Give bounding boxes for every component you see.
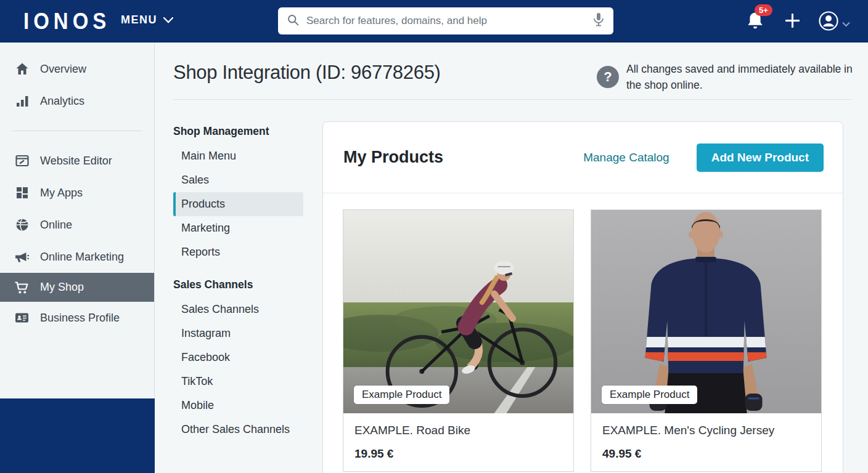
apps-grid-icon [14, 185, 30, 201]
subnav-item-marketing[interactable]: Marketing [173, 216, 303, 240]
id-card-icon [14, 310, 30, 326]
avatar-chevron-down-icon[interactable] [842, 18, 850, 30]
menu-button[interactable]: MENU [121, 14, 173, 26]
sidebar-item-online-marketing[interactable]: Online Marketing [0, 241, 154, 273]
sidebar-item-business-profile[interactable]: Business Profile [0, 302, 154, 334]
user-avatar-icon[interactable] [818, 10, 839, 34]
menu-label: MENU [121, 14, 157, 26]
header-divider [173, 99, 851, 100]
product-name: EXAMPLE. Men's Cycling Jersey [602, 424, 810, 437]
sidebar-item-analytics[interactable]: Analytics [0, 85, 154, 117]
subnav-item-sales[interactable]: Sales [173, 168, 303, 192]
app-window: IONOS MENU 5+ [0, 0, 868, 473]
product-card-cycling-jersey[interactable]: Example Product EXAMPLE. Men's Cycling J… [591, 209, 822, 472]
subnav-item-reports[interactable]: Reports [173, 240, 303, 264]
main-content: Shop Integration (ID: 96778265) ? All ch… [155, 42, 868, 473]
subnav-item-main-menu[interactable]: Main Menu [173, 144, 303, 168]
sidebar-item-label: Website Editor [40, 155, 112, 168]
sidebar-item-label: Business Profile [40, 312, 120, 325]
product-name: EXAMPLE. Road Bike [354, 424, 562, 437]
panel-header: My Products Manage Catalog Add New Produ… [323, 122, 843, 193]
sidebar-item-label: Online Marketing [40, 251, 124, 264]
shop-subnav: Shop Management Main Menu Sales Products… [173, 125, 303, 442]
example-product-badge: Example Product [602, 386, 697, 404]
chevron-down-icon [163, 14, 173, 26]
sidebar-item-label: Analytics [40, 95, 84, 108]
search-input[interactable] [306, 15, 586, 27]
my-products-panel: My Products Manage Catalog Add New Produ… [322, 121, 843, 473]
sidebar-item-label: Online [40, 219, 72, 232]
topbar: IONOS MENU 5+ [0, 0, 868, 42]
search-icon [287, 14, 300, 29]
bar-chart-icon [14, 94, 30, 109]
home-icon [14, 62, 30, 77]
sidebar: Overview Analytics Website Editor My App… [0, 42, 155, 473]
sidebar-item-overview[interactable]: Overview [0, 53, 154, 85]
subnav-item-products[interactable]: Products [173, 192, 303, 216]
panel-title: My Products [343, 148, 443, 167]
sidebar-footer-block [0, 398, 155, 473]
subnav-item-other-sales-channels[interactable]: Other Sales Channels [173, 418, 303, 442]
product-image-road-bike: Example Product [343, 210, 573, 413]
product-card-road-bike[interactable]: Example Product EXAMPLE. Road Bike 19.95… [343, 209, 574, 472]
subnav-item-facebook[interactable]: Facebook [173, 346, 303, 370]
sidebar-item-my-shop[interactable]: My Shop [0, 273, 154, 302]
megaphone-icon [14, 249, 30, 265]
subnav-item-sales-channels[interactable]: Sales Channels [173, 297, 303, 321]
product-price: 49.95 € [602, 447, 810, 461]
product-info: EXAMPLE. Road Bike 19.95 € [343, 413, 573, 471]
page-title: Shop Integration (ID: 96778265) [173, 62, 441, 84]
sidebar-item-website-editor[interactable]: Website Editor [0, 145, 154, 177]
add-new-product-button[interactable]: Add New Product [697, 144, 824, 172]
sidebar-item-online[interactable]: Online [0, 209, 154, 241]
ionos-logo: IONOS [23, 8, 110, 34]
help-question-icon[interactable]: ? [597, 66, 619, 88]
microphone-icon[interactable] [592, 12, 605, 30]
subnav-item-tiktok[interactable]: TikTok [173, 370, 303, 394]
sidebar-item-label: My Shop [40, 281, 84, 294]
sidebar-item-label: Overview [40, 63, 86, 76]
add-plus-icon[interactable] [784, 12, 801, 32]
shopping-cart-icon [14, 280, 30, 295]
subnav-section-shop-management: Shop Management [173, 125, 303, 139]
autosave-status-text: All changes saved and immediately availa… [626, 61, 856, 93]
road-bike-photo-illustration [343, 210, 573, 413]
subnav-section-sales-channels: Sales Channels [173, 278, 303, 292]
website-editor-icon [14, 153, 30, 169]
sidebar-divider [12, 131, 142, 131]
subnav-item-instagram[interactable]: Instagram [173, 321, 303, 346]
notification-badge: 5+ [755, 4, 772, 16]
sidebar-item-label: My Apps [40, 187, 83, 200]
search-bar[interactable] [278, 7, 613, 34]
products-grid: Example Product EXAMPLE. Road Bike 19.95… [323, 193, 843, 473]
product-image-cycling-jersey: Example Product [591, 210, 821, 413]
product-price: 19.95 € [354, 447, 562, 461]
manage-catalog-link[interactable]: Manage Catalog [583, 151, 669, 164]
sidebar-item-my-apps[interactable]: My Apps [0, 177, 154, 209]
example-product-badge: Example Product [354, 386, 449, 404]
product-info: EXAMPLE. Men's Cycling Jersey 49.95 € [591, 413, 821, 471]
cycling-jersey-photo-illustration [591, 210, 821, 413]
globe-icon [14, 217, 30, 233]
subnav-item-mobile[interactable]: Mobile [173, 394, 303, 418]
